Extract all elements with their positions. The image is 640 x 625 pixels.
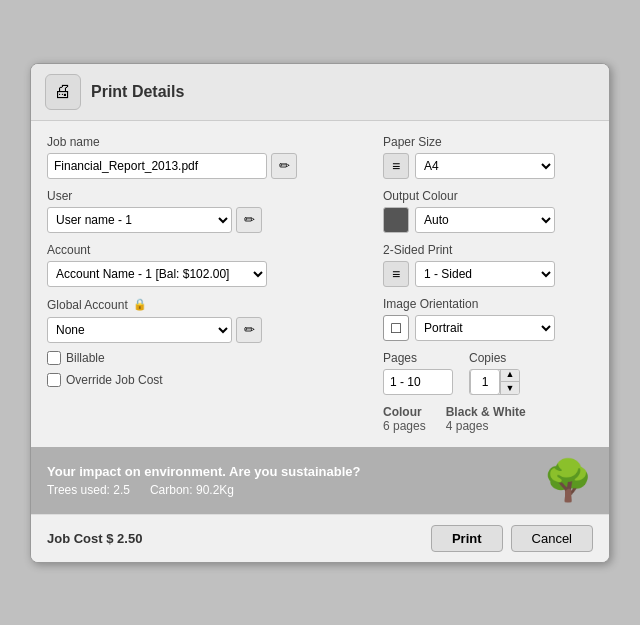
copies-spinner: ▲ ▼ bbox=[469, 369, 520, 395]
user-select[interactable]: User name - 1 bbox=[47, 207, 232, 233]
color-stats: Colour 6 pages Black & White 4 pages bbox=[383, 405, 593, 433]
right-column: Paper Size ≡ A4 Output Colour Auto 2-Sid… bbox=[383, 135, 593, 433]
global-account-row: None ✏ bbox=[47, 317, 367, 343]
user-label: User bbox=[47, 189, 367, 203]
copies-up-button[interactable]: ▲ bbox=[501, 369, 519, 382]
override-label: Override Job Cost bbox=[66, 373, 163, 387]
billable-row: Billable bbox=[47, 351, 367, 365]
image-orientation-row: □ Portrait bbox=[383, 315, 593, 341]
account-row: Account Name - 1 [Bal: $102.00] bbox=[47, 261, 367, 287]
pages-label: Pages bbox=[383, 351, 453, 365]
pages-input[interactable] bbox=[383, 369, 453, 395]
job-cost: Job Cost $ 2.50 bbox=[47, 531, 142, 546]
tree-icon: 🌳 bbox=[543, 457, 593, 504]
dialog-body: Job name ✏ User User name - 1 ✏ Account bbox=[31, 121, 609, 443]
env-text-block: Your impact on environment. Are you sust… bbox=[47, 464, 533, 497]
billable-checkbox[interactable] bbox=[47, 351, 61, 365]
cancel-button[interactable]: Cancel bbox=[511, 525, 593, 552]
bw-stat-value: 4 pages bbox=[446, 419, 526, 433]
two-sided-row: ≡ 1 - Sided bbox=[383, 261, 593, 287]
paper-size-select[interactable]: A4 bbox=[415, 153, 555, 179]
copies-group: Copies ▲ ▼ bbox=[469, 351, 520, 395]
job-cost-value: $ 2.50 bbox=[106, 531, 142, 546]
copies-input[interactable] bbox=[470, 369, 500, 395]
image-orientation-select[interactable]: Portrait bbox=[415, 315, 555, 341]
left-column: Job name ✏ User User name - 1 ✏ Account bbox=[47, 135, 367, 433]
edit-icon: ✏ bbox=[244, 322, 255, 337]
paper-size-row: ≡ A4 bbox=[383, 153, 593, 179]
print-button[interactable]: Print bbox=[431, 525, 503, 552]
pages-copies-row: Pages Copies ▲ ▼ bbox=[383, 351, 593, 395]
override-checkbox[interactable] bbox=[47, 373, 61, 387]
copies-label: Copies bbox=[469, 351, 520, 365]
colour-stat-label: Colour bbox=[383, 405, 426, 419]
global-account-select[interactable]: None bbox=[47, 317, 232, 343]
bw-stat-label: Black & White bbox=[446, 405, 526, 419]
edit-icon: ✏ bbox=[279, 158, 290, 173]
dialog-title: Print Details bbox=[91, 83, 184, 101]
spinner-buttons: ▲ ▼ bbox=[500, 369, 519, 395]
output-colour-row: Auto bbox=[383, 207, 593, 233]
env-stats: Trees used: 2.5 Carbon: 90.2Kg bbox=[47, 483, 533, 497]
global-account-label: Global Account 🔒 bbox=[47, 297, 367, 313]
dialog-header: 🖨 Print Details bbox=[31, 64, 609, 121]
env-main-text: Your impact on environment. Are you sust… bbox=[47, 464, 533, 479]
job-name-edit-button[interactable]: ✏ bbox=[271, 153, 297, 179]
carbon-stat: Carbon: 90.2Kg bbox=[150, 483, 234, 497]
output-colour-select[interactable]: Auto bbox=[415, 207, 555, 233]
override-row: Override Job Cost bbox=[47, 373, 367, 387]
billable-label: Billable bbox=[66, 351, 105, 365]
two-sided-icon: ≡ bbox=[383, 261, 409, 287]
environment-banner: Your impact on environment. Are you sust… bbox=[31, 447, 609, 514]
account-label: Account bbox=[47, 243, 367, 257]
edit-icon: ✏ bbox=[244, 212, 255, 227]
two-sided-select[interactable]: 1 - Sided bbox=[415, 261, 555, 287]
print-details-dialog: 🖨 Print Details Job name ✏ User User nam… bbox=[30, 63, 610, 563]
output-colour-label: Output Colour bbox=[383, 189, 593, 203]
colour-stat-value: 6 pages bbox=[383, 419, 426, 433]
colour-stat: Colour 6 pages bbox=[383, 405, 426, 433]
bw-stat: Black & White 4 pages bbox=[446, 405, 526, 433]
user-row: User name - 1 ✏ bbox=[47, 207, 367, 233]
job-name-input[interactable] bbox=[47, 153, 267, 179]
job-name-label: Job name bbox=[47, 135, 367, 149]
copies-down-button[interactable]: ▼ bbox=[501, 382, 519, 395]
image-orientation-label: Image Orientation bbox=[383, 297, 593, 311]
image-orientation-icon: □ bbox=[383, 315, 409, 341]
paper-size-icon: ≡ bbox=[383, 153, 409, 179]
trees-stat: Trees used: 2.5 bbox=[47, 483, 130, 497]
two-sided-label: 2-Sided Print bbox=[383, 243, 593, 257]
printer-icon: 🖨 bbox=[45, 74, 81, 110]
paper-size-label: Paper Size bbox=[383, 135, 593, 149]
footer-buttons: Print Cancel bbox=[431, 525, 593, 552]
pages-group: Pages bbox=[383, 351, 453, 395]
job-name-row: ✏ bbox=[47, 153, 367, 179]
account-select[interactable]: Account Name - 1 [Bal: $102.00] bbox=[47, 261, 267, 287]
user-edit-button[interactable]: ✏ bbox=[236, 207, 262, 233]
lock-icon: 🔒 bbox=[132, 297, 148, 313]
output-colour-icon bbox=[383, 207, 409, 233]
dialog-footer: Job Cost $ 2.50 Print Cancel bbox=[31, 514, 609, 562]
global-account-edit-button[interactable]: ✏ bbox=[236, 317, 262, 343]
